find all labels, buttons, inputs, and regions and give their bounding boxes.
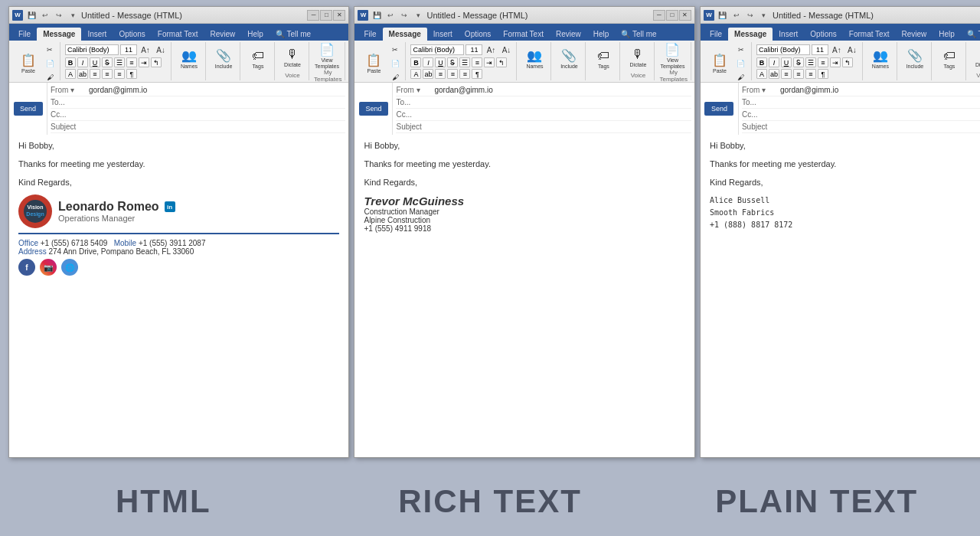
bold-btn-html[interactable]: B [65,57,76,67]
facebook-icon[interactable]: f [18,259,35,276]
minimize-btn-rich[interactable]: ─ [653,10,665,21]
italic-btn-rich[interactable]: I [423,57,433,67]
tab-insert-html[interactable]: Insert [81,28,113,41]
highlight-btn-html[interactable]: ab [77,69,88,79]
align3-btn-html[interactable]: ≡ [114,69,125,79]
tab-tellme-rich[interactable]: 🔍 Tell me [615,28,662,41]
tab-help-html[interactable]: Help [241,28,270,41]
names-btn-rich[interactable]: 👥 Names [521,44,547,74]
copy-btn-html[interactable]: 📄 [43,57,57,70]
from-value-html[interactable]: gordan@gimm.io [89,86,345,94]
save-qa-btn-rich[interactable]: 💾 [371,10,382,21]
tab-formattext-plain[interactable]: Format Text [843,28,896,41]
font-size-plain[interactable] [812,44,828,55]
numbering-btn-html[interactable]: ≡ [126,57,137,67]
include-btn-plain[interactable]: 📎 Include [902,44,928,74]
formatpainter-btn-html[interactable]: 🖌 [43,71,57,83]
tab-options-rich[interactable]: Options [459,28,497,41]
underline-btn-rich[interactable]: U [435,57,446,67]
align2-btn-plain[interactable]: ≡ [793,69,804,79]
tab-message-rich[interactable]: Message [383,28,427,41]
tab-options-html[interactable]: Options [113,28,151,41]
align-btn-rich[interactable]: ≡ [435,69,446,79]
tab-help-plain[interactable]: Help [933,28,961,41]
font-shrink-plain[interactable]: A↓ [845,44,859,56]
restore-btn-html[interactable]: □ [320,10,332,21]
font-selector-html[interactable] [65,44,119,55]
bullets-btn-plain[interactable]: ☰ [805,57,816,67]
font-grow-btn-html[interactable]: A↑ [139,44,152,56]
fontcolor-btn-plain[interactable]: A [756,69,767,79]
tab-options-plain[interactable]: Options [804,28,842,41]
style-btn-html[interactable]: ¶ [126,69,137,79]
names-btn-plain[interactable]: 👥 Names [867,44,893,74]
align3-btn-plain[interactable]: ≡ [805,69,816,79]
cut-btn-plain[interactable]: ✂ [734,44,748,56]
bullets-btn-html[interactable]: ☰ [114,57,125,67]
bullets-btn-rich[interactable]: ☰ [459,57,470,67]
tags-btn-html[interactable]: 🏷 Tags [245,44,271,74]
dictate-btn-html[interactable]: 🎙 Dictate [279,44,305,72]
paste-btn-plain[interactable]: 📋 Paste [707,48,733,79]
undo-qa-btn[interactable]: ↩ [40,10,51,21]
tab-formattext-html[interactable]: Format Text [152,28,204,41]
include-btn-html[interactable]: 📎 Include [211,44,237,74]
dictate-btn-plain[interactable]: 🎙 Dictate [971,44,980,72]
tab-message-html[interactable]: Message [37,28,81,41]
fontcolor-btn-rich[interactable]: A [410,69,421,79]
close-btn-rich[interactable]: ✕ [679,10,691,21]
restore-btn-rich[interactable]: □ [666,10,678,21]
numbering-btn-plain[interactable]: ≡ [818,57,828,67]
indent-btn-plain[interactable]: ⇥ [830,57,841,67]
style-btn-rich[interactable]: ¶ [472,69,482,79]
strikethrough-btn-html[interactable]: S̶ [102,57,113,67]
copy-btn-plain[interactable]: 📄 [734,57,748,70]
save-qa-btn[interactable]: 💾 [26,10,37,21]
align-btn-html[interactable]: ≡ [90,69,100,79]
send-button-html[interactable]: Send [14,102,43,116]
fontcolor-btn-html[interactable]: A [65,69,76,79]
style-btn-plain[interactable]: ¶ [818,69,828,79]
undo-qa-btn-plain[interactable]: ↩ [731,10,742,21]
align2-btn-rich[interactable]: ≡ [447,69,458,79]
strikethrough-btn-plain[interactable]: S̶ [793,57,804,67]
viewtemplates-btn-html[interactable]: 📄 ViewTemplates [314,44,340,69]
font-size-html[interactable] [120,44,137,55]
tab-formattext-rich[interactable]: Format Text [497,28,550,41]
rtl-btn-html[interactable]: ↰ [151,57,162,67]
from-value-plain[interactable]: gordan@gimm.io [780,86,980,94]
bold-btn-plain[interactable]: B [756,57,767,67]
send-button-rich[interactable]: Send [359,102,388,116]
include-btn-rich[interactable]: 📎 Include [556,44,582,74]
tab-help-rich[interactable]: Help [587,28,616,41]
tab-file-html[interactable]: File [12,28,37,41]
more-qa-btn-rich[interactable]: ▾ [413,10,423,21]
dictate-btn-rich[interactable]: 🎙 Dictate [625,44,651,72]
underline-btn-plain[interactable]: U [781,57,792,67]
rtl-btn-plain[interactable]: ↰ [842,57,853,67]
from-value-rich[interactable]: gordan@gimm.io [434,86,691,94]
numbering-btn-rich[interactable]: ≡ [472,57,482,67]
more-qa-btn-plain[interactable]: ▾ [759,10,769,21]
font-selector-plain[interactable] [756,44,810,55]
tab-review-plain[interactable]: Review [895,28,933,41]
italic-btn-plain[interactable]: I [769,57,779,67]
font-shrink-rich[interactable]: A↓ [499,44,513,56]
tab-insert-plain[interactable]: Insert [773,28,804,41]
save-qa-btn-plain[interactable]: 💾 [717,10,728,21]
font-grow-rich[interactable]: A↑ [484,44,498,56]
align2-btn-html[interactable]: ≡ [102,69,113,79]
bold-btn-rich[interactable]: B [410,57,421,67]
viewtemplates-btn-rich[interactable]: 📄 ViewTemplates [659,44,685,69]
font-size-rich[interactable] [466,44,482,55]
message-body-plain[interactable]: Hi Bobby, Thanks for meeting me yesterda… [701,135,980,457]
undo-qa-btn-rich[interactable]: ↩ [385,10,396,21]
highlight-btn-rich[interactable]: ab [423,69,433,79]
cut-btn-rich[interactable]: ✂ [388,44,402,56]
linkedin-icon[interactable]: in [165,201,175,212]
redo-qa-btn-rich[interactable]: ↪ [399,10,410,21]
underline-btn-html[interactable]: U [90,57,100,67]
website-icon[interactable]: 🌐 [61,259,78,276]
align-btn-plain[interactable]: ≡ [781,69,792,79]
italic-btn-html[interactable]: I [77,57,88,67]
